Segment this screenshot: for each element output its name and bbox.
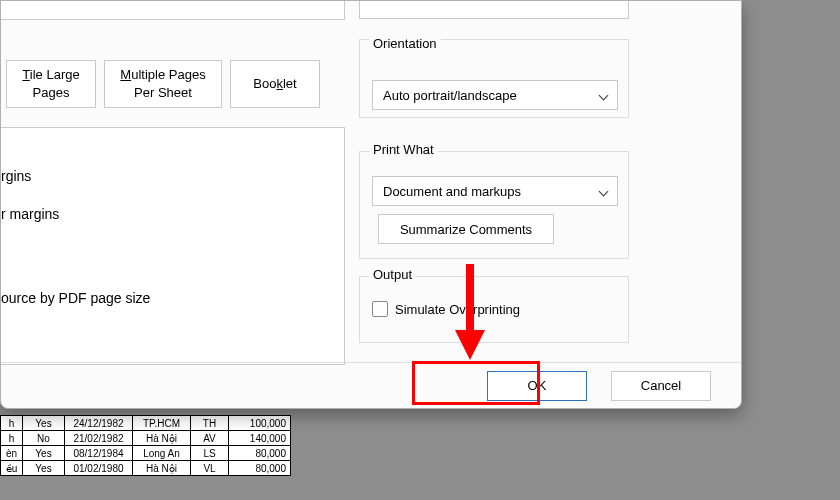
table-row: hYes24/12/1982TP.HCMTH100,000 — [1, 416, 291, 431]
upper-right-pane-edge — [359, 1, 629, 19]
output-group: Simulate Overprinting Output — [359, 276, 629, 343]
summarize-comments-button[interactable]: Summarize Comments — [378, 214, 554, 244]
dialog-action-row: OK Cancel — [1, 362, 741, 408]
margins-text: rgins — [1, 168, 31, 184]
table-row: hNo21/02/1982Hà NộiAV140,000 — [1, 431, 291, 446]
orientation-dropdown[interactable]: Auto portrait/landscape — [372, 80, 618, 110]
cancel-button[interactable]: Cancel — [611, 371, 711, 401]
tile-large-pages-button[interactable]: Tile LargePages — [6, 60, 96, 108]
print-what-dropdown[interactable]: Document and markups — [372, 176, 618, 206]
table-row: ènYes08/12/1984Long AnLS80,000 — [1, 446, 291, 461]
printer-margins-text: r margins — [1, 206, 59, 222]
ok-button[interactable]: OK — [487, 371, 587, 401]
simulate-overprinting-label: Simulate Overprinting — [395, 302, 520, 317]
print-what-group: Document and markups Summarize Comments … — [359, 151, 629, 259]
simulate-overprinting-checkbox[interactable] — [372, 301, 388, 317]
print-what-label: Print What — [369, 142, 438, 157]
orientation-label: Orientation — [369, 36, 441, 51]
chevron-down-icon — [599, 186, 609, 196]
multiple-pages-per-sheet-button[interactable]: Multiple PagesPer Sheet — [104, 60, 222, 108]
table-row: ềuYes01/02/1980Hà NộiVL80,000 — [1, 461, 291, 476]
pdf-page-size-text: ource by PDF page size — [1, 290, 150, 306]
chevron-down-icon — [599, 90, 609, 100]
orientation-group: Auto portrait/landscape Orientation — [359, 39, 629, 118]
background-spreadsheet: hYes24/12/1982TP.HCMTH100,000hNo21/02/19… — [0, 415, 291, 476]
print-what-value: Document and markups — [383, 184, 521, 199]
left-options-panel: rgins r margins ource by PDF page size — [1, 127, 345, 365]
orientation-value: Auto portrait/landscape — [383, 88, 517, 103]
print-dialog: Tile LargePages Multiple PagesPer Sheet … — [0, 0, 742, 409]
preview-pane-edge — [1, 1, 345, 20]
booklet-button[interactable]: Booklet — [230, 60, 320, 108]
simulate-overprinting-option[interactable]: Simulate Overprinting — [372, 301, 616, 317]
output-label: Output — [369, 267, 416, 282]
